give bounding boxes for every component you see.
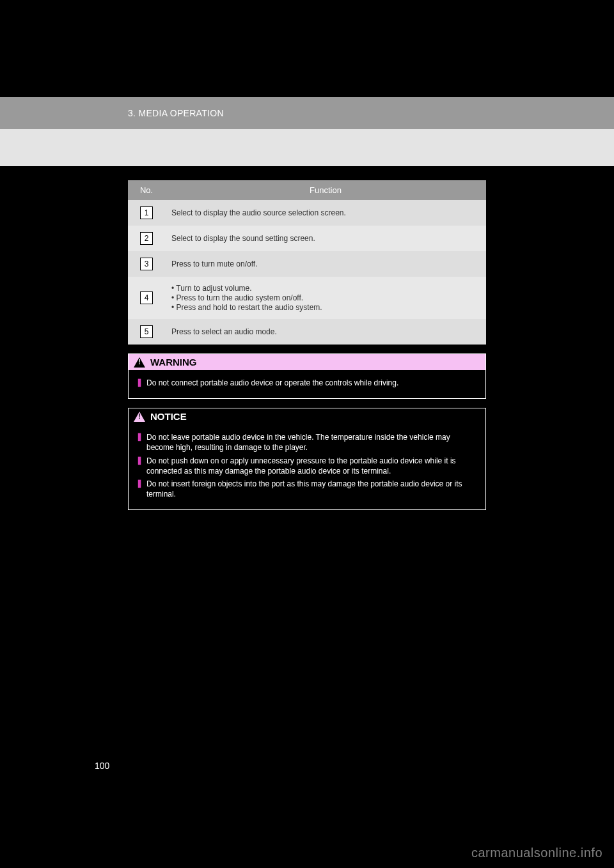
bullet-mark-icon: ❚: [136, 432, 143, 453]
row-index-cell: 1: [128, 200, 165, 226]
warning-header: WARNING: [129, 354, 485, 370]
watermark: carmanualsonline.info: [471, 846, 602, 860]
boxed-number-icon: 5: [140, 325, 153, 338]
row-index-cell: 2: [128, 226, 165, 251]
row-index-cell: 3: [128, 251, 165, 277]
notice-triangle-icon: [134, 412, 145, 422]
warning-label: WARNING: [150, 357, 197, 368]
boxed-number-icon: 2: [140, 232, 153, 245]
notice-text: Do not leave portable audio device in th…: [146, 432, 478, 453]
function-table: No. Function 1 Select to display the aud…: [128, 180, 486, 345]
table-row: 1 Select to display the audio source sel…: [128, 200, 486, 226]
notice-box: NOTICE ❚ Do not leave portable audio dev…: [128, 408, 486, 510]
page-number: 100: [95, 761, 109, 771]
notice-body: ❚ Do not leave portable audio device in …: [129, 424, 485, 509]
warning-body: ❚ Do not connect portable audio device o…: [129, 370, 485, 398]
warning-text: Do not connect portable audio device or …: [146, 378, 478, 388]
row-index-cell: 5: [128, 319, 165, 345]
table-row: 3 Press to turn mute on/off.: [128, 251, 486, 277]
boxed-number-icon: 3: [140, 258, 153, 270]
warning-box: WARNING ❚ Do not connect portable audio …: [128, 353, 486, 399]
bullet-mark-icon: ❚: [136, 378, 143, 388]
table-row: 5 Press to select an audio mode.: [128, 319, 486, 345]
notice-item: ❚ Do not push down on or apply unnecessa…: [136, 456, 478, 476]
row-function-cell: Select to display the sound setting scre…: [165, 226, 486, 251]
row-function-cell: Select to display the audio source selec…: [165, 200, 486, 226]
row-function-cell: Press to select an audio mode.: [165, 319, 486, 345]
table-header-no: No.: [128, 180, 165, 200]
warning-item: ❚ Do not connect portable audio device o…: [136, 378, 478, 388]
notice-item: ❚ Do not leave portable audio device in …: [136, 432, 478, 453]
content: No. Function 1 Select to display the aud…: [128, 180, 486, 510]
notice-text: Do not push down on or apply unnecessary…: [146, 456, 478, 476]
table-header-function: Function: [165, 180, 486, 200]
bullet-item: Turn to adjust volume.: [171, 284, 480, 293]
row-function-cell: Turn to adjust volume. Press to turn the…: [165, 277, 486, 319]
bullet-item: Press to turn the audio system on/off.: [171, 293, 480, 302]
row-index-cell: 4: [128, 277, 165, 319]
light-strip: [0, 129, 614, 166]
boxed-number-icon: 4: [140, 291, 153, 304]
table-row: 4 Turn to adjust volume. Press to turn t…: [128, 277, 486, 319]
notice-label: NOTICE: [150, 411, 187, 422]
bullet-item: Press and hold to restart the audio syst…: [171, 303, 480, 312]
bullet-list: Turn to adjust volume. Press to turn the…: [171, 284, 480, 312]
notice-header: NOTICE: [129, 408, 485, 424]
table-row: 2 Select to display the sound setting sc…: [128, 226, 486, 251]
bullet-mark-icon: ❚: [136, 456, 143, 476]
bullet-mark-icon: ❚: [136, 479, 143, 499]
table-header-row: No. Function: [128, 180, 486, 200]
section-header: 3. MEDIA OPERATION: [0, 97, 614, 129]
section-header-text: 3. MEDIA OPERATION: [128, 108, 224, 118]
notice-item: ❚ Do not insert foreign objects into the…: [136, 479, 478, 499]
boxed-number-icon: 1: [140, 206, 153, 219]
row-function-cell: Press to turn mute on/off.: [165, 251, 486, 277]
page: 3. MEDIA OPERATION No. Function 1 Select…: [0, 0, 614, 868]
notice-text: Do not insert foreign objects into the p…: [146, 479, 478, 499]
warning-triangle-icon: [134, 357, 145, 368]
